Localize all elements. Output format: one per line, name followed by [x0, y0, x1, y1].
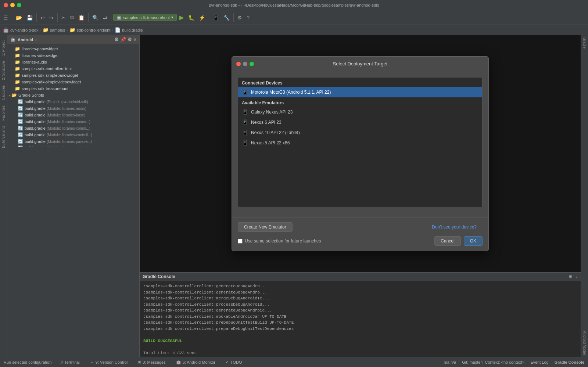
run-configuration[interactable]: 🤖 samples-sdk-treasurehunt ▾ — [113, 14, 177, 21]
android-bc-icon: 🤖 — [3, 27, 9, 33]
folder-icon: 📁 — [15, 79, 20, 84]
panel-action-sync[interactable]: ⚙ — [114, 37, 119, 42]
modal-min-btn[interactable] — [243, 62, 247, 66]
modal-close-btn[interactable] — [236, 62, 241, 66]
tree-item-audio[interactable]: 📁 libraries-audio — [7, 59, 139, 65]
tree-item-panowidget[interactable]: 📁 libraries-panowidget — [7, 46, 139, 52]
modal-title: Select Deployment Target — [333, 61, 388, 66]
gradle-console-link[interactable]: Gradle Console — [555, 360, 584, 364]
status-tab-android-monitor[interactable]: 🤖 6: Android Monitor — [174, 359, 218, 365]
left-icon-project[interactable]: 1: Project — [1, 38, 6, 58]
modal-window-controls — [236, 62, 254, 66]
main-layout: 1: Project 2: Structure Captures Favorit… — [0, 35, 588, 357]
tree-label: build.gradle (Module: libraries-panowi..… — [25, 139, 92, 144]
android-monitor-label: 6: Android Monitor — [183, 360, 215, 364]
tree-item-gradle-common2[interactable]: 🔄 build.gradle (Module: libraries-comm..… — [7, 125, 139, 132]
tree-label: libraries-audio — [22, 60, 47, 64]
emulator-item-0[interactable]: 📱 Galaxy Nexus API 23 — [238, 107, 482, 117]
tree-item-gradle-panowi[interactable]: 🔄 build.gradle (Module: libraries-panowi… — [7, 138, 139, 145]
event-log-link[interactable]: Event Log — [530, 360, 549, 364]
status-tab-messages[interactable]: ⊞ 0: Messages — [136, 359, 168, 365]
toolbar-redo[interactable]: ↪ — [47, 14, 55, 22]
right-icon-gradle[interactable]: Gradle — [582, 35, 587, 51]
help-button[interactable]: ? — [245, 14, 251, 22]
toolbar-cut[interactable]: ✂ — [60, 14, 68, 22]
close-button[interactable] — [4, 3, 8, 7]
tree-label: samples-sdk-controllerclient — [22, 66, 72, 71]
left-icon-captures[interactable]: Captures — [1, 83, 6, 102]
tree-item-gradle-videowi[interactable]: 🔄 build.gradle (Module: libraries-videow… — [7, 145, 139, 147]
tree-item-videowidget[interactable]: 📁 libraries-videowidget — [7, 52, 139, 59]
toolbar-copy[interactable]: ⧉ — [68, 13, 76, 22]
position-info: n/a n/a — [444, 360, 456, 364]
modal-max-btn[interactable] — [250, 62, 254, 66]
tree-label: samples-sdk-simplevideodwidget — [22, 80, 81, 84]
console-line-5: :samples-sdk-controllerclient:mockableAn… — [143, 314, 577, 320]
maximize-button[interactable] — [17, 3, 21, 7]
status-bar: Run selected configuration ⊞ Terminal ↔ … — [0, 357, 588, 367]
connected-device-item-0[interactable]: 📱 Motorola MotoG3 (Android 5.1.1, API 22… — [238, 87, 482, 97]
panel-action-settings[interactable]: ⚙ — [128, 37, 132, 42]
create-new-emulator-button[interactable]: Create New Emulator — [238, 222, 293, 232]
toolbar-paste[interactable]: 📋 — [76, 14, 86, 22]
console-close-icon[interactable]: ↓ — [576, 274, 578, 279]
connected-devices-label: Connected Devices — [238, 78, 482, 87]
breadcrumb-item-4[interactable]: 📄 build.gradle — [115, 27, 143, 33]
tree-item-simplevideo[interactable]: 📁 samples-sdk-simplevideodwidget — [7, 79, 139, 85]
console-line-11: Total time: 4.823 secs — [143, 350, 577, 356]
run-button[interactable]: ▶ — [178, 13, 186, 22]
cancel-button[interactable]: Cancel — [434, 236, 460, 246]
left-icon-favorites[interactable]: Favorites — [1, 103, 6, 123]
ok-button[interactable]: OK — [464, 236, 483, 246]
toolbar-search[interactable]: 🔍 — [90, 14, 100, 22]
emulator-label-1: Nexus 6 API 23 — [251, 120, 282, 125]
breadcrumb-item-1[interactable]: 🤖 gvr-android-sdk — [3, 27, 38, 33]
toolbar-menu[interactable]: ☰ — [1, 14, 10, 22]
left-icon-build-variants[interactable]: Build Variants — [1, 123, 6, 150]
toolbar-save[interactable]: 💾 — [25, 14, 35, 22]
status-tab-todo[interactable]: ✓ TODO — [223, 359, 244, 365]
tree-item-gradle-project[interactable]: 🔄 build.gradle (Project: gvr-android-sdk… — [7, 98, 139, 105]
breadcrumb-item-3[interactable]: 📁 sdk-controllerclient — [69, 27, 111, 33]
folder-open-icon: 📂 — [11, 93, 17, 98]
console-settings-icon[interactable]: ⚙ — [569, 274, 573, 279]
right-icon-android-model[interactable]: Android Model — [582, 329, 587, 357]
dont-see-device-link[interactable]: Don't see your device? — [432, 224, 477, 230]
tree-item-treasurehunt[interactable]: 📁 samples-sdk-treasurehunt — [7, 85, 139, 92]
modal-footer: Create New Emulator Don't see your devic… — [232, 217, 488, 236]
tree-item-controllerclient[interactable]: 📁 samples-sdk-controllerclient — [7, 65, 139, 72]
settings-button[interactable]: ⚙ — [236, 14, 244, 22]
tree-item-gradle-common1[interactable]: 🔄 build.gradle (Module: libraries-comm..… — [7, 118, 139, 125]
debug-button[interactable]: 🐛 — [186, 14, 196, 22]
toolbar-undo[interactable]: ↩ — [39, 14, 47, 22]
tree-item-gradle-controller[interactable]: 🔄 build.gradle (Module: libraries-contro… — [7, 132, 139, 138]
status-tab-terminal[interactable]: ⊞ Terminal — [57, 359, 82, 365]
emulator-label-2: Nexus 10 API 22 (Tablet) — [251, 130, 300, 135]
tree-item-simplepano[interactable]: 📁 samples-sdk-simplepanowidget — [7, 72, 139, 79]
toolbar-open[interactable]: 📂 — [14, 14, 24, 22]
sdk-button[interactable]: 🔧 — [222, 14, 232, 22]
tree-label: libraries-videowidget — [22, 53, 58, 58]
left-icon-structure[interactable]: 2: Structure — [1, 59, 6, 82]
tree-item-gradle-audio[interactable]: 🔄 build.gradle (Module: libraries-audio) — [7, 105, 139, 112]
emulator-item-1[interactable]: 📱 Nexus 6 API 23 — [238, 117, 482, 127]
same-selection-checkbox[interactable] — [238, 239, 243, 244]
avd-button[interactable]: 📱 — [211, 14, 221, 22]
tree-item-gradle-scripts[interactable]: ▾ 📂 Gradle Scripts — [7, 92, 139, 98]
emulator-item-3[interactable]: 📱 Nexus 5 API 22 x86 — [238, 138, 482, 148]
android-panel-icon: 🤖 — [10, 37, 15, 42]
minimize-button[interactable] — [10, 3, 15, 7]
breadcrumb-item-2[interactable]: 📁 samples — [43, 27, 65, 33]
terminal-label: Terminal — [64, 360, 80, 364]
toolbar-replace[interactable]: ⇄ — [101, 14, 109, 22]
panel-action-close[interactable]: × — [133, 37, 136, 42]
status-tab-vcs[interactable]: ↔ 9: Version Control — [88, 359, 130, 365]
panel-actions: ⚙ 📌 ⚙ × — [114, 37, 136, 42]
coverage-button[interactable]: ⚡ — [197, 14, 207, 22]
panel-action-pin[interactable]: 📌 — [120, 37, 126, 42]
emulator-item-2[interactable]: 📱 Nexus 10 API 22 (Tablet) — [238, 127, 482, 138]
tree-label: build.gradle (Module: libraries-comm...) — [25, 126, 90, 130]
folder-icon: 📁 — [15, 86, 20, 91]
tree-item-gradle-base[interactable]: 🔄 build.gradle (Module: libraries-base) — [7, 112, 139, 118]
emulator-icon-0: 📱 — [242, 109, 248, 115]
